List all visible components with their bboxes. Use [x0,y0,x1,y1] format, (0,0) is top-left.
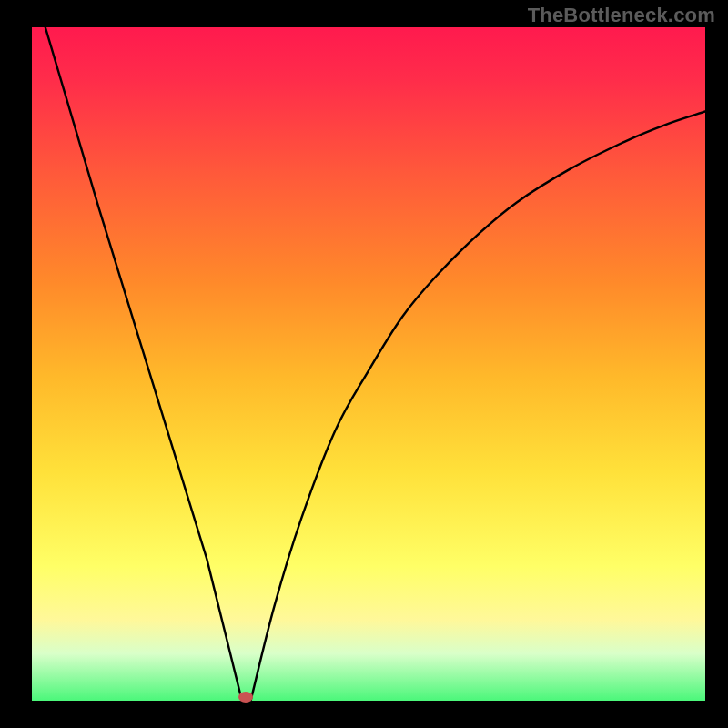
plot-area [32,27,705,701]
vertex-marker [238,692,253,703]
curve-right [251,112,706,702]
watermark-label: TheBottleneck.com [528,4,715,27]
curve-left [46,27,242,701]
curve-svg [32,27,705,701]
chart-frame: TheBottleneck.com [0,0,728,728]
